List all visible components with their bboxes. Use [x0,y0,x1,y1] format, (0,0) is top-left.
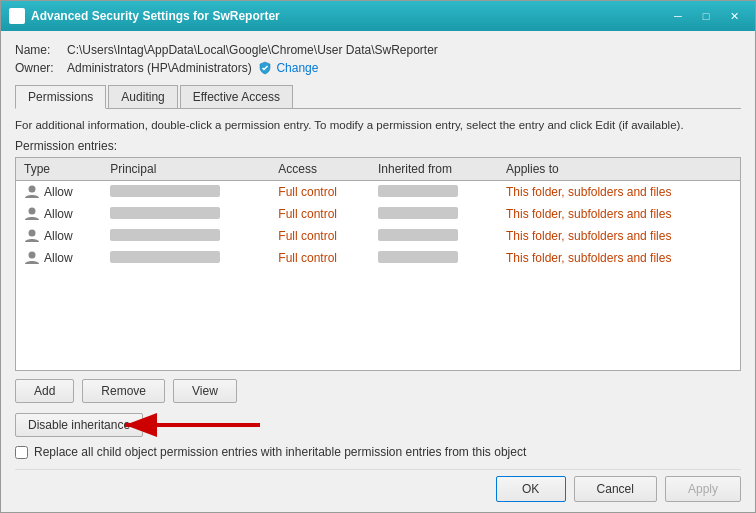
user-icon [24,250,40,266]
user-icon [24,206,40,222]
svg-rect-1 [13,13,21,15]
table-row[interactable]: Allow Full controlThis folder, subfolder… [16,225,740,247]
disable-inheritance-row: Disable inheritance [15,413,741,437]
content-area: Name: C:\Users\Intag\AppData\Local\Googl… [1,31,755,512]
window-title: Advanced Security Settings for SwReporte… [31,9,665,23]
main-window: Advanced Security Settings for SwReporte… [0,0,756,513]
tab-permissions[interactable]: Permissions [15,85,106,109]
add-button[interactable]: Add [15,379,74,403]
window-icon [9,8,25,24]
cell-applies: This folder, subfolders and files [498,225,740,247]
table-row[interactable]: Allow Full controlThis folder, subfolder… [16,203,740,225]
ok-button[interactable]: OK [496,476,566,502]
tabs-container: Permissions Auditing Effective Access [15,85,741,109]
user-icon [24,228,40,244]
cell-type: Allow [16,225,102,247]
cell-principal [102,181,270,204]
cell-applies: This folder, subfolders and files [498,203,740,225]
name-row: Name: C:\Users\Intag\AppData\Local\Googl… [15,43,741,57]
col-inherited: Inherited from [370,158,498,181]
cell-access: Full control [270,203,370,225]
svg-point-4 [29,208,36,215]
tab-auditing[interactable]: Auditing [108,85,177,108]
minimize-button[interactable]: ─ [665,6,691,26]
shield-icon [258,61,272,75]
change-link-text: Change [276,61,318,75]
remove-button[interactable]: Remove [82,379,165,403]
permissions-table-container[interactable]: Type Principal Access Inherited from App… [15,157,741,371]
action-buttons-row: Add Remove View [15,379,741,403]
cell-applies: This folder, subfolders and files [498,181,740,204]
cell-access: Full control [270,181,370,204]
change-owner-link[interactable]: Change [258,61,318,75]
col-access: Access [270,158,370,181]
col-type: Type [16,158,102,181]
svg-point-5 [29,230,36,237]
svg-point-6 [29,252,36,259]
cell-type: Allow [16,247,102,269]
user-icon [24,184,40,200]
cell-principal [102,203,270,225]
maximize-button[interactable]: □ [693,6,719,26]
cell-inherited [370,181,498,204]
table-header-row: Type Principal Access Inherited from App… [16,158,740,181]
description-text: For additional information, double-click… [15,117,741,133]
cell-access: Full control [270,247,370,269]
view-button[interactable]: View [173,379,237,403]
owner-label: Owner: [15,61,67,75]
cell-inherited [370,225,498,247]
tab-effective-access[interactable]: Effective Access [180,85,293,108]
cell-inherited [370,247,498,269]
footer-buttons: OK Cancel Apply [15,469,741,502]
svg-point-3 [29,186,36,193]
cell-access: Full control [270,225,370,247]
permissions-table: Type Principal Access Inherited from App… [16,158,740,269]
checkbox-label: Replace all child object permission entr… [34,445,526,459]
col-principal: Principal [102,158,270,181]
apply-button[interactable]: Apply [665,476,741,502]
owner-row: Owner: Administrators (HP\Administrators… [15,61,741,75]
name-label: Name: [15,43,67,57]
col-applies: Applies to [498,158,740,181]
disable-inheritance-button[interactable]: Disable inheritance [15,413,143,437]
cell-inherited [370,203,498,225]
checkbox-row: Replace all child object permission entr… [15,445,741,459]
close-button[interactable]: ✕ [721,6,747,26]
cell-type: Allow [16,181,102,204]
cell-applies: This folder, subfolders and files [498,247,740,269]
bottom-area: Add Remove View Disable inheritance [15,371,741,502]
svg-rect-2 [13,16,18,18]
cell-type: Allow [16,203,102,225]
window-controls: ─ □ ✕ [665,6,747,26]
table-row[interactable]: Allow Full controlThis folder, subfolder… [16,181,740,204]
table-row[interactable]: Allow Full controlThis folder, subfolder… [16,247,740,269]
title-bar: Advanced Security Settings for SwReporte… [1,1,755,31]
permission-entries-label: Permission entries: [15,139,741,153]
cell-principal [102,247,270,269]
cell-principal [102,225,270,247]
owner-value: Administrators (HP\Administrators) [67,61,252,75]
cancel-button[interactable]: Cancel [574,476,657,502]
replace-permissions-checkbox[interactable] [15,446,28,459]
name-value: C:\Users\Intag\AppData\Local\Google\Chro… [67,43,438,57]
